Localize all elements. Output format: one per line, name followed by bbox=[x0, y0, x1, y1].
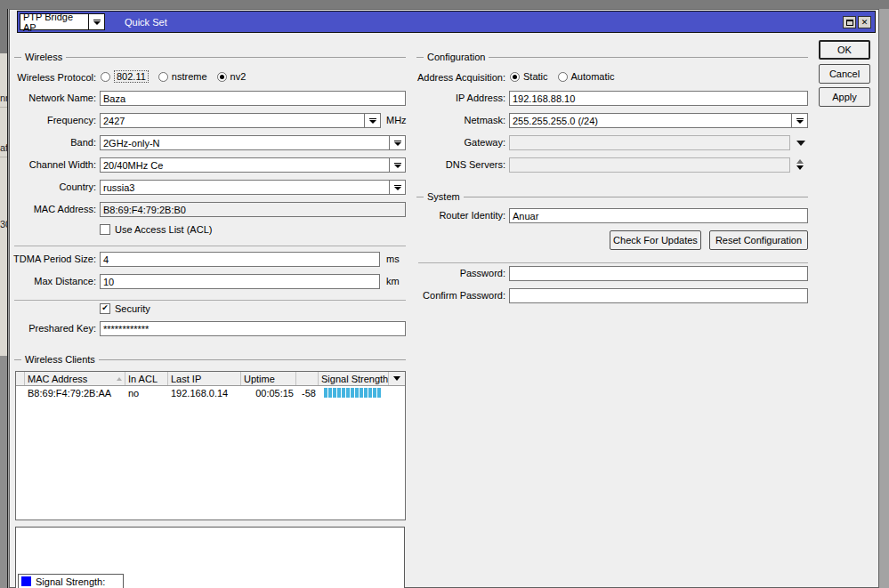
gateway-dropdown-icon[interactable] bbox=[796, 141, 805, 146]
header-signal-db bbox=[296, 372, 319, 385]
password-input[interactable] bbox=[510, 267, 807, 280]
down-arrow-icon bbox=[796, 165, 804, 170]
ip-address-label: IP Address: bbox=[406, 93, 505, 103]
header-uptime[interactable]: Uptime bbox=[241, 372, 296, 385]
up-arrow-icon bbox=[796, 159, 804, 164]
channel-width-field-box bbox=[100, 157, 406, 173]
maximize-button[interactable] bbox=[843, 16, 856, 28]
network-name-label: Network Name: bbox=[10, 93, 96, 103]
frequency-unit: MHz bbox=[386, 115, 407, 125]
password-field-box bbox=[509, 266, 808, 281]
dns-servers-label: DNS Servers: bbox=[406, 159, 505, 170]
country-input[interactable] bbox=[101, 181, 389, 194]
mode-selector-combobox[interactable]: PTP Bridge AP bbox=[20, 13, 105, 30]
header-blank bbox=[16, 372, 25, 385]
max-distance-label: Max Distance: bbox=[10, 276, 96, 286]
apply-button[interactable]: Apply bbox=[819, 87, 870, 107]
column-options-button[interactable] bbox=[389, 372, 405, 385]
gateway-field-box bbox=[509, 135, 790, 150]
country-label: Country: bbox=[10, 181, 96, 192]
radio-nstreme[interactable]: nstreme bbox=[158, 71, 207, 82]
section-configuration: Configuration bbox=[416, 52, 808, 62]
band-input[interactable] bbox=[101, 136, 389, 149]
password-label: Password: bbox=[406, 268, 505, 278]
router-identity-field-box bbox=[509, 208, 808, 223]
tdma-label: TDMA Period Size: bbox=[10, 254, 96, 264]
radio-static[interactable]: Static bbox=[510, 71, 548, 82]
frequency-input[interactable] bbox=[101, 114, 364, 127]
ok-button[interactable]: OK bbox=[819, 40, 870, 60]
address-acquisition-label: Address Acquisition: bbox=[406, 72, 505, 83]
confirm-password-field-box bbox=[509, 288, 808, 303]
channel-width-dropdown-button[interactable] bbox=[389, 158, 405, 172]
ip-address-input[interactable] bbox=[510, 92, 807, 105]
reset-configuration-button[interactable]: Reset Configuration bbox=[709, 230, 808, 250]
radio-80211[interactable]: 802.11 bbox=[101, 70, 149, 83]
separator bbox=[14, 300, 406, 301]
radio-automatic[interactable]: Automatic bbox=[558, 71, 615, 82]
background-strip-bottom bbox=[0, 356, 8, 588]
check-for-updates-button[interactable]: Check For Updates bbox=[610, 230, 701, 250]
close-icon: ✕ bbox=[861, 18, 869, 27]
dropdown-icon bbox=[93, 20, 101, 25]
netmask-dropdown-button[interactable] bbox=[791, 114, 807, 127]
dns-servers-field-box bbox=[509, 157, 790, 173]
netmask-field-box bbox=[509, 113, 808, 128]
router-identity-input[interactable] bbox=[510, 209, 807, 222]
mode-selector-dropdown-button[interactable] bbox=[89, 13, 105, 30]
legend-label: Signal Strength: bbox=[36, 576, 105, 587]
dns-add-remove-control[interactable] bbox=[796, 159, 804, 170]
dropdown-icon bbox=[369, 118, 376, 124]
cell-last-ip: 192.168.0.14 bbox=[168, 388, 241, 399]
wireless-protocol-label: Wireless Protocol: bbox=[10, 72, 96, 83]
window-title: Quick Set bbox=[125, 17, 167, 28]
acl-checkbox-row[interactable]: Use Access List (ACL) bbox=[100, 224, 212, 235]
radio-nv2[interactable]: nv2 bbox=[217, 71, 246, 82]
cell-mac: B8:69:F4:79:2B:AA bbox=[25, 388, 125, 399]
max-distance-input[interactable] bbox=[101, 275, 379, 288]
dropdown-arrow-icon bbox=[393, 376, 400, 381]
channel-width-label: Channel Width: bbox=[10, 159, 96, 170]
channel-width-input[interactable] bbox=[101, 158, 389, 172]
background-divider bbox=[0, 157, 8, 157]
frequency-dropdown-button[interactable] bbox=[364, 114, 380, 127]
radio-circle bbox=[217, 72, 227, 82]
header-mac-address[interactable]: MAC Address bbox=[25, 372, 125, 385]
header-in-acl[interactable]: In ACL bbox=[125, 372, 168, 385]
section-wireless-clients: Wireless Clients bbox=[14, 354, 406, 365]
background-divider bbox=[0, 107, 8, 108]
background-text-fragment: af bbox=[0, 142, 8, 153]
cancel-button[interactable]: Cancel bbox=[819, 64, 870, 84]
tdma-input[interactable] bbox=[101, 253, 379, 266]
dropdown-icon bbox=[394, 185, 401, 190]
mode-selector-value[interactable]: PTP Bridge AP bbox=[20, 13, 89, 30]
background-top-band bbox=[0, 0, 889, 9]
security-checkbox-row[interactable]: Security bbox=[100, 303, 150, 314]
frequency-field-box bbox=[100, 113, 381, 128]
max-distance-field-box bbox=[100, 274, 380, 289]
client-table-row[interactable]: B8:69:F4:79:2B:AA no 192.168.0.14 00:05:… bbox=[16, 386, 405, 399]
preshared-key-label: Preshared Key: bbox=[10, 323, 96, 334]
netmask-input[interactable] bbox=[510, 114, 791, 127]
radio-circle bbox=[558, 72, 568, 82]
mac-address-value bbox=[101, 203, 405, 216]
radio-circle bbox=[101, 72, 110, 82]
security-checkbox[interactable] bbox=[100, 303, 110, 314]
titlebar[interactable]: PTP Bridge AP Quick Set ✕ bbox=[17, 11, 876, 33]
gateway-label: Gateway: bbox=[406, 137, 505, 148]
preshared-key-input[interactable] bbox=[101, 322, 405, 335]
background-strip-middle: nn af 30 bbox=[0, 53, 8, 356]
section-wireless: Wireless bbox=[14, 52, 406, 62]
network-name-input[interactable] bbox=[101, 92, 405, 105]
band-dropdown-button[interactable] bbox=[389, 136, 405, 149]
close-button[interactable]: ✕ bbox=[858, 16, 871, 28]
mac-address-field-box bbox=[100, 202, 406, 217]
preshared-key-field-box bbox=[100, 321, 406, 336]
country-dropdown-button[interactable] bbox=[389, 181, 405, 194]
header-last-ip[interactable]: Last IP bbox=[168, 372, 241, 385]
background-strip-top bbox=[0, 9, 8, 53]
header-signal-strength[interactable]: Signal Strength bbox=[319, 372, 389, 385]
acl-checkbox[interactable] bbox=[100, 224, 110, 235]
confirm-password-input[interactable] bbox=[510, 289, 807, 302]
cell-signal-db: -58 bbox=[296, 388, 319, 399]
